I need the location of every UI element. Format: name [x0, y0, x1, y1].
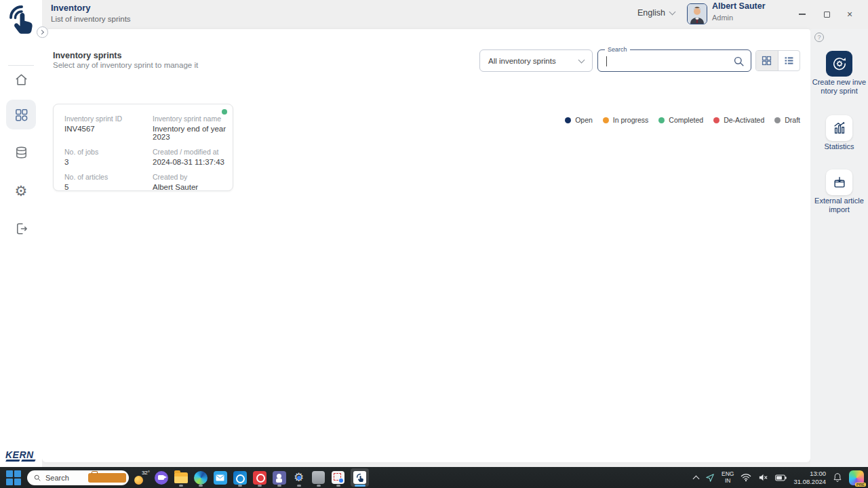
- chevron-right-icon: [39, 30, 44, 35]
- volume-muted-icon[interactable]: [758, 473, 768, 482]
- maximize-icon: [824, 12, 830, 18]
- avatar[interactable]: [687, 3, 707, 24]
- inventory-app-taskbar-icon[interactable]: [351, 468, 369, 487]
- status-dot: [603, 117, 609, 123]
- text-caret: [606, 56, 607, 66]
- grid-view-button[interactable]: [756, 51, 778, 70]
- dashboard-grid-icon: [14, 107, 29, 123]
- list-view-button[interactable]: [778, 51, 800, 70]
- camera-app-icon[interactable]: [154, 469, 168, 487]
- language-label: English: [637, 8, 665, 18]
- field-label: Inventory sprint name: [153, 115, 234, 123]
- legend-item-open: Open: [565, 116, 593, 124]
- legend-item-de-activated: De-Activated: [713, 116, 764, 124]
- start-button[interactable]: [5, 470, 22, 486]
- status-legend: Open In progress Completed De-Activated …: [565, 116, 800, 124]
- location-share-icon[interactable]: [705, 473, 715, 483]
- status-dot: [774, 117, 781, 123]
- sprint-filter-dropdown[interactable]: All inventory sprints: [479, 49, 593, 72]
- legend-label: In progress: [613, 116, 649, 124]
- running-indicator: [336, 485, 340, 487]
- weather-icon: 32°: [134, 470, 149, 485]
- running-indicator: [277, 485, 281, 487]
- gray-tile-icon: [312, 471, 325, 484]
- settings-app-icon[interactable]: ⚙: [292, 469, 306, 487]
- copilot-preview-badge: PRE: [855, 483, 866, 487]
- sidebar-expand-button[interactable]: [37, 26, 48, 38]
- running-indicator: [297, 485, 301, 487]
- status-dot: [658, 117, 665, 123]
- outlook-app-icon[interactable]: [233, 469, 247, 487]
- battery-icon[interactable]: [775, 474, 787, 482]
- tray-overflow-chevron-icon[interactable]: [693, 475, 700, 482]
- copilot-icon[interactable]: PRE: [849, 470, 864, 485]
- search-icon: [33, 474, 41, 482]
- sidebar-item-home[interactable]: [6, 64, 36, 94]
- running-indicator: [238, 485, 242, 487]
- maximize-button[interactable]: [819, 8, 834, 20]
- weather-widget[interactable]: 32°: [134, 469, 149, 487]
- statistics-button[interactable]: [826, 115, 852, 141]
- close-button[interactable]: ×: [842, 8, 857, 20]
- avatar-image: [688, 4, 707, 24]
- sun-icon: [134, 476, 143, 485]
- filter-selected-value: All inventory sprints: [488, 57, 556, 65]
- gray-app-icon[interactable]: [311, 469, 326, 487]
- minimize-button[interactable]: [795, 8, 810, 20]
- statistics-icon: [832, 121, 847, 136]
- kern-brand-text: KERN: [5, 449, 34, 460]
- notifications-bell-icon[interactable]: [833, 472, 842, 483]
- page-subtitle: List of inventory sprints: [51, 15, 131, 23]
- database-icon: [14, 145, 29, 161]
- red-app-icon[interactable]: [252, 469, 267, 487]
- taskbar-search[interactable]: Search: [27, 470, 129, 485]
- taskbar-clock[interactable]: 13:00 31.08.2024: [793, 470, 826, 486]
- field-value: 3: [64, 158, 146, 166]
- kern-logo-underline: [6, 460, 35, 462]
- sidebar-item-settings[interactable]: ⚙: [6, 176, 36, 205]
- create-new-sprint-button[interactable]: [826, 51, 852, 77]
- chevron-down-icon: [578, 56, 585, 63]
- external-article-import-label: External article import: [812, 197, 867, 214]
- language-selector[interactable]: English: [637, 8, 675, 18]
- keyboard-language-indicator[interactable]: ENG IN: [722, 471, 734, 485]
- sidebar-item-inventory-sprints[interactable]: [6, 100, 36, 129]
- field-created-modified: Created / modified at 2024-08-31 11:37:4…: [146, 148, 234, 166]
- edge-browser-icon[interactable]: [193, 469, 208, 487]
- edge-icon: [194, 471, 208, 485]
- inventory-sprint-card[interactable]: Inventory sprint ID INV4567 Inventory sp…: [53, 104, 233, 191]
- help-button[interactable]: ?: [814, 33, 824, 42]
- field-sprint-id: Inventory sprint ID INV4567: [58, 115, 146, 141]
- wifi-icon[interactable]: [741, 473, 751, 482]
- field-value: INV4567: [64, 125, 146, 133]
- create-new-sprint-label: Create new inventory sprint: [812, 78, 867, 96]
- legend-label: Draft: [785, 116, 800, 124]
- sidebar-item-logout[interactable]: [6, 214, 36, 243]
- app-header: Inventory List of inventory sprints Engl…: [42, 0, 868, 29]
- teams-app-icon[interactable]: [272, 469, 286, 487]
- logout-icon: [14, 221, 29, 237]
- weather-temperature: 32°: [142, 470, 150, 476]
- gear-icon: ⚙: [15, 184, 28, 198]
- list-view-icon: [783, 55, 795, 66]
- file-explorer-icon[interactable]: [174, 469, 188, 487]
- running-indicator: [317, 485, 321, 487]
- external-article-import-button[interactable]: [826, 169, 852, 195]
- snipping-tool-icon[interactable]: [331, 469, 345, 487]
- grid-view-icon: [761, 55, 772, 66]
- mail-app-icon[interactable]: [213, 469, 227, 487]
- section-heading: Inventory sprints: [53, 51, 121, 60]
- field-no-of-articles: No. of articles 5: [58, 173, 146, 191]
- video-camera-icon: [155, 471, 168, 485]
- status-dot: [565, 117, 571, 123]
- search-icon[interactable]: [732, 55, 745, 68]
- sidebar-item-database[interactable]: [6, 138, 36, 167]
- kern-brand-logo: KERN: [5, 449, 38, 463]
- gear-center-dot: [297, 476, 301, 480]
- page-title: Inventory: [51, 3, 91, 13]
- right-action-rail: ? Create new inventory sprint Statistics: [810, 29, 868, 467]
- field-value: Inventory end of year 2023: [153, 125, 234, 141]
- field-label: Created / modified at: [153, 148, 234, 156]
- clock-time: 13:00: [793, 470, 826, 478]
- search-input[interactable]: [605, 52, 720, 69]
